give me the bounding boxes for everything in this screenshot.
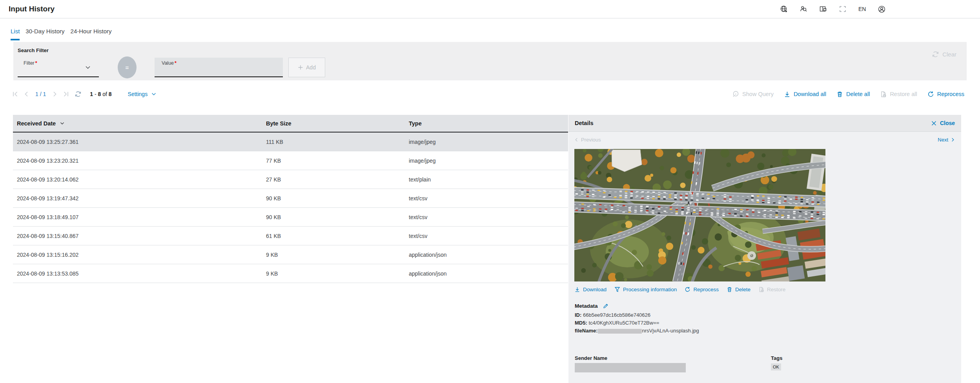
table-row[interactable]: 2024-08-09 13:19:47.342 90 KB text/csv bbox=[13, 189, 568, 208]
metadata-fields: ID: 66b5ee97dc16cb586e740626 MD5: tc4/0K… bbox=[575, 311, 699, 335]
refresh-icon[interactable] bbox=[75, 91, 82, 98]
trash-icon bbox=[727, 287, 732, 292]
cell-received-date: 2024-08-09 13:19:47.342 bbox=[13, 195, 262, 201]
svg-text:?: ? bbox=[824, 8, 826, 11]
table-row[interactable]: 2024-08-09 13:23:20.321 77 KB image/jpeg bbox=[13, 151, 568, 170]
list-toolbar: 1 / 1 1 - 8 of 8 Settings bbox=[12, 89, 965, 100]
next-page-icon[interactable] bbox=[52, 91, 58, 97]
sort-descending-icon[interactable] bbox=[60, 121, 65, 126]
cell-received-date: 2024-08-09 13:25:27.361 bbox=[13, 139, 262, 145]
redacted-text bbox=[598, 329, 642, 334]
cell-type: text/csv bbox=[405, 214, 568, 220]
first-page-icon[interactable] bbox=[12, 91, 18, 97]
next-record-button[interactable]: Next bbox=[938, 137, 955, 143]
sender-name-label: Sender Name bbox=[575, 355, 607, 361]
table-row[interactable]: 2024-08-09 13:18:49.107 90 KB text/csv bbox=[13, 208, 568, 227]
details-body: Previous Next bbox=[568, 132, 961, 383]
settings-button[interactable]: Settings bbox=[128, 91, 157, 97]
value-input[interactable]: Value* bbox=[155, 58, 283, 77]
restore-document-icon bbox=[758, 287, 764, 292]
clear-filter-button[interactable]: Clear bbox=[932, 51, 956, 58]
table-row[interactable]: 2024-08-09 13:13:53.085 9 KB application… bbox=[13, 264, 568, 283]
column-header-received-date[interactable]: Received Date bbox=[13, 120, 262, 127]
operator-badge: = bbox=[118, 56, 137, 78]
value-label: Value* bbox=[162, 60, 177, 66]
previous-page-icon[interactable] bbox=[23, 91, 29, 97]
metadata-heading: Metadata bbox=[575, 303, 598, 309]
details-panel: Details Close Previous Next bbox=[568, 115, 961, 383]
query-info-icon bbox=[732, 91, 739, 98]
show-query-button[interactable]: Show Query bbox=[732, 91, 774, 98]
chevron-left-icon bbox=[574, 138, 579, 142]
cell-byte-size: 61 KB bbox=[262, 233, 405, 239]
globe-icon[interactable] bbox=[780, 5, 788, 13]
cell-type: application/json bbox=[405, 252, 568, 258]
download-button[interactable]: Download bbox=[574, 287, 607, 292]
filter-label: Filter* bbox=[24, 60, 37, 66]
details-header: Details Close bbox=[568, 115, 961, 132]
table-row[interactable]: 2024-08-09 13:20:14.062 27 KB text/plain bbox=[13, 170, 568, 189]
cell-received-date: 2024-08-09 13:23:20.321 bbox=[13, 158, 262, 164]
download-all-button[interactable]: Download all bbox=[784, 91, 826, 98]
reprocess-button[interactable]: Reprocess bbox=[685, 287, 719, 292]
cell-type: text/plain bbox=[405, 176, 568, 183]
cell-type: application/json bbox=[405, 270, 568, 277]
restore-document-icon bbox=[880, 91, 887, 98]
cell-byte-size: 27 KB bbox=[262, 176, 405, 183]
cell-byte-size: 111 KB bbox=[262, 139, 405, 145]
cell-received-date: 2024-08-09 13:13:53.085 bbox=[13, 270, 262, 277]
account-icon[interactable] bbox=[878, 5, 886, 13]
cell-received-date: 2024-08-09 13:15:16.202 bbox=[13, 252, 262, 258]
add-filter-button[interactable]: Add bbox=[288, 58, 325, 77]
table-row[interactable]: 2024-08-09 13:15:16.202 9 KB application… bbox=[13, 245, 568, 264]
cell-byte-size: 9 KB bbox=[262, 252, 405, 258]
cell-byte-size: 90 KB bbox=[262, 214, 405, 220]
details-title: Details bbox=[575, 120, 594, 126]
tab-30-day-history[interactable]: 30-Day History bbox=[26, 27, 64, 40]
edit-metadata-icon[interactable] bbox=[603, 303, 608, 309]
language-selector[interactable]: EN bbox=[858, 6, 866, 12]
restore-all-button[interactable]: Restore all bbox=[880, 91, 917, 98]
chevron-down-icon bbox=[85, 64, 91, 71]
top-bar: Input History ? EN bbox=[0, 0, 980, 18]
cell-byte-size: 77 KB bbox=[262, 158, 405, 164]
fullscreen-icon[interactable] bbox=[839, 5, 847, 13]
delete-all-button[interactable]: Delete all bbox=[836, 91, 870, 98]
image-preview[interactable] bbox=[574, 149, 825, 281]
previous-record-button[interactable]: Previous bbox=[574, 137, 601, 143]
tab-24-hour-history[interactable]: 24-Hour History bbox=[71, 27, 112, 40]
metadata-section: Metadata bbox=[575, 303, 608, 309]
search-filter-bar: Search Filter Filter* = Value* Add Clear bbox=[13, 42, 967, 80]
pagination: 1 / 1 1 - 8 of 8 Settings bbox=[12, 89, 157, 100]
column-header-type[interactable]: Type bbox=[405, 120, 568, 127]
close-details-button[interactable]: Close bbox=[931, 120, 955, 126]
filter-dropdown[interactable]: Filter* bbox=[18, 58, 99, 77]
column-header-byte-size[interactable]: Byte Size bbox=[262, 120, 405, 127]
download-icon bbox=[784, 91, 791, 98]
user-search-icon[interactable] bbox=[800, 5, 807, 13]
restore-button[interactable]: Restore bbox=[758, 287, 785, 292]
record-actions: Download Processing information Reproces… bbox=[574, 287, 785, 292]
cell-received-date: 2024-08-09 13:18:49.107 bbox=[13, 214, 262, 220]
cell-received-date: 2024-08-09 13:20:14.062 bbox=[13, 176, 262, 183]
cell-type: image/jpeg bbox=[405, 139, 568, 145]
metadata-id: ID: 66b5ee97dc16cb586e740626 bbox=[575, 311, 699, 319]
page-title: Input History bbox=[9, 5, 55, 13]
tab-list[interactable]: List bbox=[11, 27, 20, 40]
table-row[interactable]: 2024-08-09 13:15:40.867 61 KB text/csv bbox=[13, 227, 568, 245]
metadata-filename: fileName:nrsVjvALnA-unsplash.jpg bbox=[575, 327, 699, 335]
reprocess-button[interactable]: Reprocess bbox=[927, 91, 964, 98]
sender-name-value bbox=[575, 363, 686, 372]
table-row[interactable]: 2024-08-09 13:25:27.361 111 KB image/jpe… bbox=[13, 133, 568, 151]
required-mark: * bbox=[35, 60, 37, 66]
page-indicator: 1 / 1 bbox=[35, 91, 46, 97]
result-range: 1 - 8 of 8 bbox=[90, 91, 111, 97]
reprocess-icon bbox=[927, 91, 934, 98]
help-book-icon[interactable]: ? bbox=[819, 5, 827, 13]
last-page-icon[interactable] bbox=[63, 91, 69, 97]
table-header-row: Received Date Byte Size Type bbox=[13, 115, 568, 133]
trash-icon bbox=[836, 91, 843, 98]
processing-information-button[interactable]: Processing information bbox=[614, 287, 677, 292]
delete-button[interactable]: Delete bbox=[727, 287, 750, 292]
input-history-table: Received Date Byte Size Type 2024-08-09 … bbox=[13, 115, 568, 283]
